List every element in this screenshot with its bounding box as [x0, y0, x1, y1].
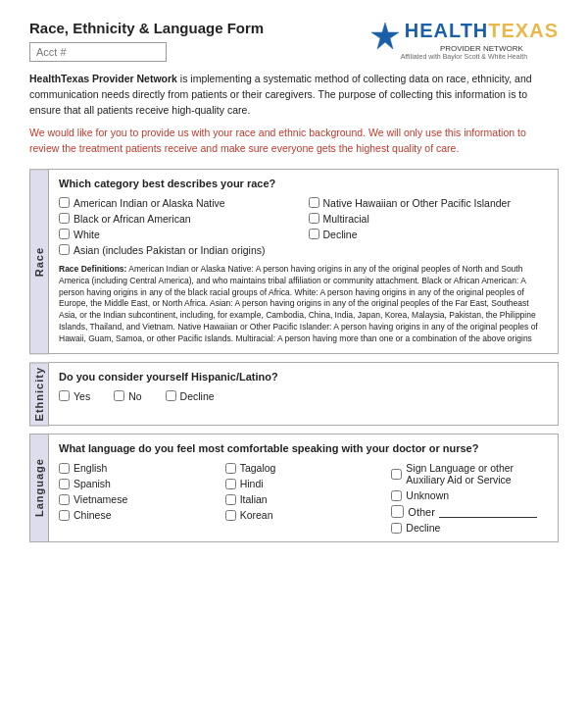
- lang-korean: Korean: [225, 509, 382, 521]
- lang-signlanguage-label: Sign Language or other Auxiliary Aid or …: [406, 462, 548, 486]
- ethnicity-decline-checkbox[interactable]: [166, 390, 176, 401]
- race-option-7: Decline: [309, 229, 549, 240]
- ethnicity-yes: Yes: [59, 390, 90, 402]
- logo-health-text: HEALTH: [405, 20, 489, 41]
- race-checkbox-6[interactable]: [309, 213, 319, 224]
- race-checkbox-4[interactable]: [59, 244, 70, 255]
- race-label: Race: [29, 169, 49, 354]
- lang-decline-label: Decline: [406, 522, 440, 534]
- lang-korean-checkbox[interactable]: [225, 510, 236, 521]
- race-option-1: American Indian or Alaska Native: [59, 197, 299, 209]
- race-checkbox-3[interactable]: [59, 229, 70, 239]
- lang-english-checkbox[interactable]: [59, 463, 70, 474]
- lang-italian-checkbox[interactable]: [225, 494, 236, 505]
- title-acct-area: Race, Ethnicity & Language Form: [29, 20, 264, 62]
- race-checkbox-grid: American Indian or Alaska Native Native …: [59, 197, 548, 256]
- lang-chinese-checkbox[interactable]: [59, 510, 70, 521]
- lang-hindi-checkbox[interactable]: [225, 479, 236, 489]
- race-label-4: Asian (includes Pakistan or Indian origi…: [74, 244, 266, 256]
- logo-affiliate: Affiliated with Baylor Scott & White Hea…: [369, 53, 559, 60]
- ethnicity-decline: Decline: [166, 390, 215, 402]
- logo-area: HEALTHTEXAS PROVIDER NETWORK Affiliated …: [369, 20, 559, 60]
- lang-tagalog-checkbox[interactable]: [225, 463, 236, 474]
- lang-chinese-label: Chinese: [74, 509, 112, 521]
- lang-signlanguage-checkbox[interactable]: [391, 469, 402, 480]
- lang-unknown: Unknown: [391, 489, 548, 501]
- ethnicity-box: Do you consider yourself Hispanic/Latino…: [49, 362, 559, 426]
- race-label-2: Black or African American: [74, 213, 191, 225]
- ethnicity-no: No: [114, 390, 141, 402]
- language-label: Language: [29, 434, 49, 542]
- lang-korean-label: Korean: [240, 509, 273, 521]
- lang-hindi: Hindi: [225, 478, 382, 489]
- race-checkbox-5[interactable]: [309, 197, 319, 208]
- race-question: Which category best describes your race?: [59, 178, 548, 189]
- lang-decline: Decline: [391, 522, 548, 534]
- race-label-6: Multiracial: [323, 213, 369, 225]
- page-title: Race, Ethnicity & Language Form: [29, 20, 264, 36]
- race-definitions: Race Definitions: American Indian or Ala…: [59, 264, 548, 345]
- language-grid: English Spanish Vietnamese Chinese: [59, 462, 548, 534]
- race-checkbox-2[interactable]: [59, 213, 70, 224]
- lang-unknown-label: Unknown: [406, 489, 449, 501]
- lang-tagalog-label: Tagalog: [240, 462, 276, 474]
- lang-decline-checkbox[interactable]: [391, 523, 402, 534]
- race-section: Race Which category best describes your …: [29, 169, 559, 354]
- ethnicity-no-checkbox[interactable]: [114, 390, 124, 401]
- logo: HEALTHTEXAS PROVIDER NETWORK: [369, 20, 559, 53]
- language-col1: English Spanish Vietnamese Chinese: [59, 462, 216, 534]
- race-option-2: Black or African American: [59, 213, 299, 225]
- language-box: What language do you feel most comfortab…: [49, 434, 559, 542]
- intro-paragraph-2: We would like for you to provide us with…: [29, 126, 559, 157]
- lang-spanish-label: Spanish: [74, 478, 111, 489]
- intro-bold: HealthTexas Provider Network: [29, 73, 177, 84]
- logo-star-icon: [369, 21, 401, 52]
- race-option-6: Multiracial: [309, 213, 549, 225]
- lang-english: English: [59, 462, 216, 474]
- race-checkbox-1[interactable]: [59, 197, 70, 208]
- language-col3: Sign Language or other Auxiliary Aid or …: [391, 462, 548, 534]
- lang-other: Other: [391, 505, 548, 518]
- lang-spanish-checkbox[interactable]: [59, 479, 70, 489]
- ethnicity-question: Do you consider yourself Hispanic/Latino…: [59, 371, 548, 383]
- race-label-3: White: [74, 229, 100, 240]
- lang-other-checkbox[interactable]: [391, 505, 404, 518]
- race-box: Which category best describes your race?…: [49, 169, 559, 354]
- race-option-4: Asian (includes Pakistan or Indian origi…: [59, 244, 299, 256]
- lang-italian: Italian: [225, 493, 382, 505]
- ethnicity-yes-label: Yes: [74, 390, 90, 402]
- race-label-7: Decline: [323, 229, 358, 240]
- race-option-5: Native Hawaiian or Other Pacific Islande…: [309, 197, 549, 209]
- ethnicity-no-label: No: [128, 390, 141, 402]
- lang-chinese: Chinese: [59, 509, 216, 521]
- lang-unknown-checkbox[interactable]: [391, 490, 402, 501]
- lang-vietnamese: Vietnamese: [59, 493, 216, 505]
- page-header: Race, Ethnicity & Language Form HEALTHTE…: [29, 20, 559, 62]
- acct-input[interactable]: [29, 42, 167, 62]
- race-option-3: White: [59, 229, 299, 240]
- language-section: Language What language do you feel most …: [29, 434, 559, 542]
- svg-marker-0: [371, 23, 399, 49]
- lang-spanish: Spanish: [59, 478, 216, 489]
- race-checkbox-7[interactable]: [309, 229, 319, 239]
- lang-english-label: English: [74, 462, 107, 474]
- race-definitions-text: American Indian or Alaska Native: A pers…: [59, 264, 538, 343]
- lang-tagalog: Tagalog: [225, 462, 382, 474]
- lang-hindi-label: Hindi: [240, 478, 264, 489]
- logo-texas-text: TEXAS: [488, 20, 559, 41]
- ethnicity-yes-checkbox[interactable]: [59, 390, 70, 401]
- intro-paragraph-1: HealthTexas Provider Network is implemen…: [29, 72, 559, 118]
- lang-italian-label: Italian: [240, 493, 268, 505]
- logo-network: PROVIDER NETWORK: [405, 44, 559, 53]
- lang-other-input[interactable]: [439, 506, 537, 518]
- lang-signlanguage: Sign Language or other Auxiliary Aid or …: [391, 462, 548, 486]
- ethnicity-decline-label: Decline: [180, 390, 215, 402]
- language-question: What language do you feel most comfortab…: [59, 442, 548, 454]
- ethnicity-checkbox-row: Yes No Decline: [59, 390, 548, 402]
- race-definitions-title: Race Definitions:: [59, 264, 126, 274]
- race-label-5: Native Hawaiian or Other Pacific Islande…: [323, 197, 511, 209]
- race-label-1: American Indian or Alaska Native: [74, 197, 225, 209]
- lang-vietnamese-checkbox[interactable]: [59, 494, 70, 505]
- ethnicity-label: Ethnicity: [29, 362, 49, 426]
- ethnicity-section: Ethnicity Do you consider yourself Hispa…: [29, 362, 559, 426]
